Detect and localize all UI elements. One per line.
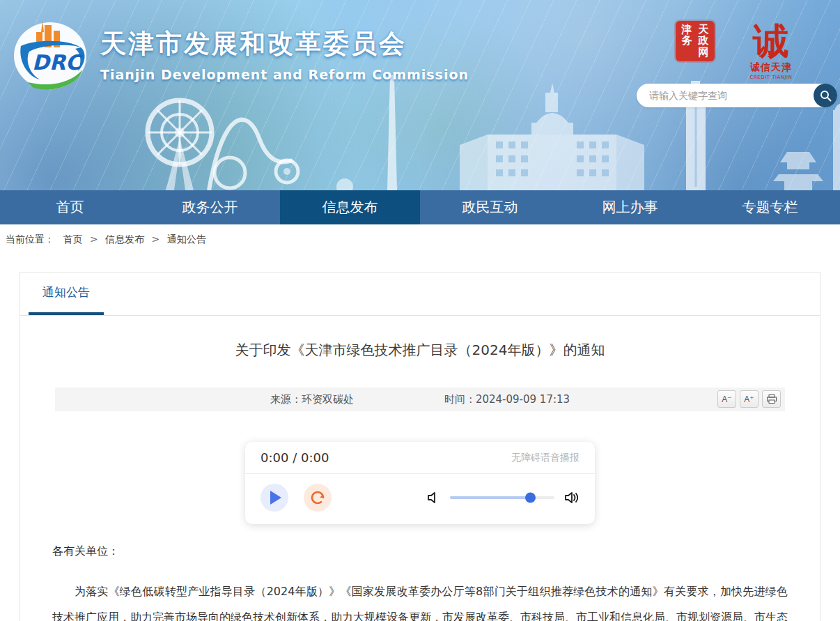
source-value: 环资双碳处 xyxy=(302,393,354,406)
source-label: 来源： xyxy=(270,393,302,406)
seal-char: 务 xyxy=(678,36,695,47)
nav-item-info-release[interactable]: 信息发布 xyxy=(280,190,420,224)
printer-icon xyxy=(767,394,777,404)
seal-char: 政 xyxy=(695,36,712,47)
player-header: 0:00 / 0:00 无障碍语音播报 xyxy=(245,442,595,474)
seal-char: 天 xyxy=(695,24,712,36)
refresh-icon xyxy=(309,489,326,506)
play-button[interactable] xyxy=(260,484,288,512)
search-input[interactable] xyxy=(637,84,837,107)
site-search xyxy=(637,84,837,107)
breadcrumb-label: 当前位置： xyxy=(6,233,54,245)
site-subtitle: Tianjin Development and Reform Commissio… xyxy=(100,67,469,82)
article-title: 关于印发《天津市绿色技术推广目录（2024年版）》的通知 xyxy=(62,341,778,360)
tianjin-gov-network-seal[interactable]: 天 津 政 务 网 xyxy=(676,21,715,61)
article-source: 来源：环资双碳处 xyxy=(270,393,354,406)
credit-tianjin-seal[interactable]: 诚 诚信天津 CREDIT TIANJIN xyxy=(744,21,798,80)
nav-item-home[interactable]: 首页 xyxy=(0,190,140,224)
logo-acronym-text: DRC xyxy=(32,50,84,75)
volume-slider[interactable] xyxy=(450,496,554,499)
nav-item-special-topics[interactable]: 专题专栏 xyxy=(700,190,840,224)
volume-up-icon[interactable] xyxy=(564,491,580,505)
nav-item-gov-affairs[interactable]: 政务公开 xyxy=(140,190,280,224)
volume-down-icon[interactable] xyxy=(426,491,440,505)
player-time-display: 0:00 / 0:00 xyxy=(260,450,329,465)
search-button[interactable] xyxy=(814,84,837,107)
player-controls xyxy=(245,474,595,524)
main-nav: 首页 政务公开 信息发布 政民互动 网上办事 专题专栏 xyxy=(0,190,840,224)
breadcrumb-notices[interactable]: 通知公告 xyxy=(167,233,206,245)
breadcrumb-home[interactable]: 首页 xyxy=(63,233,82,245)
article-meta-bar: 来源：环资双碳处 时间：2024-09-09 17:13 A⁻ A⁺ xyxy=(55,388,785,411)
player-caption: 无障碍语音播报 xyxy=(511,452,580,464)
font-increase-button[interactable]: A⁺ xyxy=(740,390,759,408)
article-paragraph: 为落实《绿色低碳转型产业指导目录（2024年版）》《国家发展改革委办公厅等8部门… xyxy=(52,578,788,621)
breadcrumb-info-release[interactable]: 信息发布 xyxy=(105,233,144,245)
credit-seal-caption-en: CREDIT TIANJIN xyxy=(744,75,798,80)
site-brand: DRC 天津市发展和改革委员会 Tianjin Development and … xyxy=(8,13,469,95)
breadcrumb: 当前位置： 首页 > 信息发布 > 通知公告 xyxy=(0,224,840,272)
header-banner: DRC 天津市发展和改革委员会 Tianjin Development and … xyxy=(0,0,840,190)
site-title: 天津市发展和改革委员会 xyxy=(100,26,469,61)
replay-button[interactable] xyxy=(304,484,332,512)
content-card: 通知公告 关于印发《天津市绿色技术推广目录（2024年版）》的通知 来源：环资双… xyxy=(20,272,820,621)
seal-char: 津 xyxy=(678,24,695,36)
search-icon xyxy=(820,90,832,102)
breadcrumb-separator: > xyxy=(152,233,160,245)
play-icon xyxy=(270,491,281,505)
print-button[interactable] xyxy=(762,390,781,408)
time-value: 2024-09-09 17:13 xyxy=(476,393,570,406)
volume-fill xyxy=(450,496,531,499)
header-seals: 天 津 政 务 网 诚 诚信天津 CREDIT TIANJIN xyxy=(676,21,798,80)
tab-row: 通知公告 xyxy=(20,273,820,316)
credit-seal-caption: 诚信天津 xyxy=(744,61,798,74)
salutation: 各有关单位： xyxy=(52,542,788,560)
credit-seal-glyph: 诚 xyxy=(744,21,798,61)
article-tools: A⁻ A⁺ xyxy=(717,390,781,408)
article-time: 时间：2024-09-09 17:13 xyxy=(444,393,570,406)
seal-char: 网 xyxy=(695,47,712,59)
drc-logo[interactable]: DRC xyxy=(8,13,96,95)
breadcrumb-separator: > xyxy=(90,233,98,245)
article-body: 各有关单位： 为落实《绿色低碳转型产业指导目录（2024年版）》《国家发展改革委… xyxy=(20,542,820,621)
tts-audio-player: 0:00 / 0:00 无障碍语音播报 xyxy=(245,442,595,524)
nav-item-online-services[interactable]: 网上办事 xyxy=(560,190,700,224)
font-decrease-button[interactable]: A⁻ xyxy=(717,390,736,408)
volume-slider-thumb[interactable] xyxy=(525,493,536,503)
nav-item-interaction[interactable]: 政民互动 xyxy=(420,190,560,224)
time-label: 时间： xyxy=(444,393,476,406)
tab-notices[interactable]: 通知公告 xyxy=(29,273,104,315)
